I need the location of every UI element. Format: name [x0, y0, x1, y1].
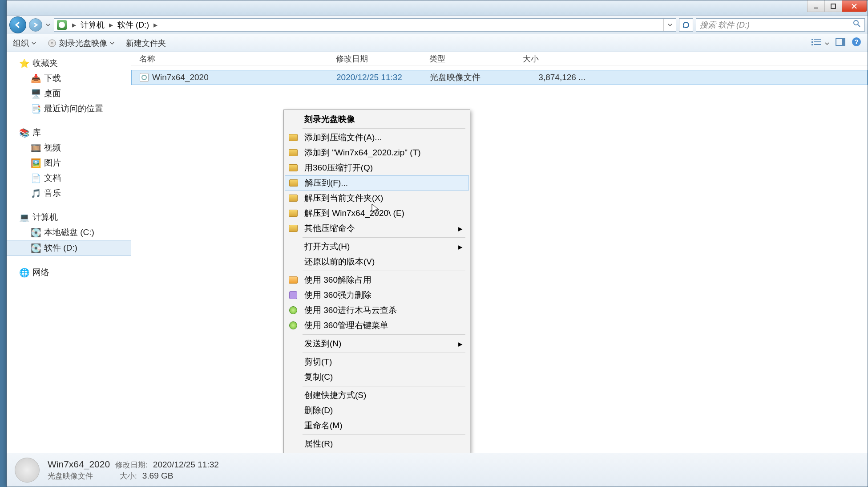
360-icon [287, 290, 299, 300]
svg-rect-13 [814, 44, 821, 45]
column-headers: 名称 修改日期 类型 大小 [131, 52, 868, 65]
search-box[interactable]: 搜索 软件 (D:) [696, 18, 865, 32]
status-date: 2020/12/25 11:32 [153, 460, 219, 470]
maximize-button[interactable] [824, 0, 842, 12]
archive-icon [287, 133, 299, 142]
sidebar-libraries[interactable]: 📚库 [7, 125, 131, 140]
burn-image-button[interactable]: 刻录光盘映像 [48, 38, 114, 49]
minimize-button[interactable] [807, 0, 825, 12]
svg-rect-9 [814, 39, 821, 40]
ctx-restore-versions[interactable]: 还原以前的版本(V) [285, 254, 469, 269]
archive-icon [287, 148, 299, 158]
ctx-cut[interactable]: 剪切(T) [285, 354, 469, 369]
explorer-window: ▸ 计算机 ▸ 软件 (D:) ▸ 搜索 软件 (D:) 组织 刻录光盘映像 新… [6, 0, 868, 487]
separator [303, 128, 465, 129]
ctx-open-360zip[interactable]: 用360压缩打开(Q) [285, 160, 469, 175]
sidebar-computer[interactable]: 💻计算机 [7, 210, 131, 225]
status-file-type: 光盘映像文件 [48, 471, 93, 481]
ctx-360-manage-menu[interactable]: 使用 360管理右键菜单 [285, 318, 469, 333]
360-icon [287, 305, 299, 315]
breadcrumb-computer[interactable]: 计算机 [79, 20, 106, 30]
disc-icon [48, 39, 57, 48]
360-icon [287, 275, 299, 285]
svg-rect-8 [811, 39, 813, 40]
preview-pane-button[interactable] [836, 38, 845, 48]
sidebar-item-drive-c[interactable]: 💽本地磁盘 (C:) [7, 225, 131, 240]
sidebar-item-documents[interactable]: 📄文档 [7, 170, 131, 186]
status-size-label: 大小: [120, 471, 137, 481]
ctx-extract-to[interactable]: 解压到(F)... [285, 175, 469, 191]
sidebar-item-videos[interactable]: 🎞️视频 [7, 140, 131, 155]
archive-icon [287, 223, 299, 233]
ctx-360-trojan-scan[interactable]: 使用 360进行木马云查杀 [285, 303, 469, 318]
archive-icon [287, 208, 299, 218]
nav-history-dropdown[interactable] [45, 18, 51, 32]
close-button[interactable] [842, 0, 867, 12]
archive-icon [287, 163, 299, 173]
svg-rect-15 [842, 38, 845, 45]
back-button[interactable] [9, 16, 26, 33]
ctx-other-compress[interactable]: 其他压缩命令▸ [285, 221, 469, 236]
ctx-properties[interactable]: 属性(R) [285, 436, 469, 451]
address-bar[interactable]: ▸ 计算机 ▸ 软件 (D:) ▸ [54, 18, 676, 32]
computer-icon: 💻 [20, 213, 29, 222]
ctx-add-to-archive[interactable]: 添加到压缩文件(A)... [285, 130, 469, 145]
svg-rect-12 [811, 44, 813, 45]
drive-icon: 💽 [32, 244, 40, 252]
ctx-rename[interactable]: 重命名(M) [285, 418, 469, 433]
col-date[interactable]: 修改日期 [336, 53, 429, 64]
status-date-label: 修改日期: [115, 460, 148, 470]
ctx-burn[interactable]: 刻录光盘映像 [285, 112, 469, 127]
breadcrumb-sep: ▸ [106, 20, 116, 30]
svg-point-4 [854, 20, 858, 25]
sidebar-item-music[interactable]: 🎵音乐 [7, 186, 131, 201]
statusbar: Win7x64_2020 修改日期: 2020/12/25 11:32 光盘映像… [7, 453, 868, 487]
status-file-name: Win7x64_2020 [48, 459, 110, 470]
organize-menu[interactable]: 组织 [13, 38, 36, 49]
sidebar-item-desktop[interactable]: 🖥️桌面 [7, 86, 131, 101]
address-dropdown[interactable] [663, 19, 676, 31]
svg-point-7 [51, 42, 53, 44]
music-icon: 🎵 [32, 189, 40, 198]
navbar: ▸ 计算机 ▸ 软件 (D:) ▸ 搜索 软件 (D:) [7, 16, 868, 34]
ctx-360-unlock[interactable]: 使用 360解除占用 [285, 272, 469, 288]
svg-rect-11 [814, 41, 821, 42]
file-row[interactable]: Win7x64_2020 2020/12/25 11:32 光盘映像文件 3,8… [131, 70, 868, 85]
col-name[interactable]: 名称 [131, 53, 336, 64]
ctx-send-to[interactable]: 发送到(N)▸ [285, 336, 469, 351]
ctx-360-force-delete[interactable]: 使用 360强力删除 [285, 288, 469, 303]
col-type[interactable]: 类型 [429, 53, 523, 64]
sidebar-item-pictures[interactable]: 🖼️图片 [7, 155, 131, 170]
separator [303, 386, 465, 386]
submenu-arrow-icon: ▸ [458, 242, 463, 252]
sidebar-favorites[interactable]: ⭐收藏夹 [7, 56, 131, 71]
forward-button[interactable] [29, 18, 42, 32]
separator [303, 434, 465, 435]
svg-text:?: ? [854, 38, 858, 45]
iso-file-icon [140, 73, 149, 82]
breadcrumb-sep: ▸ [69, 20, 79, 30]
sidebar-network[interactable]: 🌐网络 [7, 265, 131, 280]
ctx-extract-here[interactable]: 解压到当前文件夹(X) [285, 191, 469, 206]
ctx-add-to-zip[interactable]: 添加到 "Win7x64_2020.zip" (T) [285, 145, 469, 160]
sidebar-item-recent[interactable]: 📑最近访问的位置 [7, 101, 131, 116]
ctx-open-with[interactable]: 打开方式(H)▸ [285, 239, 469, 254]
archive-icon [287, 193, 299, 203]
sidebar-item-downloads[interactable]: 📥下载 [7, 71, 131, 86]
new-folder-button[interactable]: 新建文件夹 [126, 38, 166, 49]
ctx-create-shortcut[interactable]: 创建快捷方式(S) [285, 388, 469, 403]
titlebar [7, 0, 868, 16]
col-size[interactable]: 大小 [523, 53, 585, 64]
ctx-delete[interactable]: 删除(D) [285, 403, 469, 418]
ctx-extract-folder[interactable]: 解压到 Win7x64_2020\ (E) [285, 206, 469, 221]
file-list: 名称 修改日期 类型 大小 Win7x64_2020 2020/12/25 11… [131, 52, 868, 453]
downloads-icon: 📥 [32, 74, 40, 83]
submenu-arrow-icon: ▸ [458, 223, 463, 234]
view-menu[interactable] [811, 38, 829, 48]
breadcrumb-current[interactable]: 软件 (D:) [116, 20, 151, 30]
toolbar: 组织 刻录光盘映像 新建文件夹 ? [7, 34, 868, 52]
sidebar-item-drive-d[interactable]: 💽软件 (D:) [7, 240, 131, 256]
ctx-copy[interactable]: 复制(C) [285, 369, 469, 385]
refresh-button[interactable] [679, 18, 693, 32]
help-button[interactable]: ? [852, 37, 861, 49]
